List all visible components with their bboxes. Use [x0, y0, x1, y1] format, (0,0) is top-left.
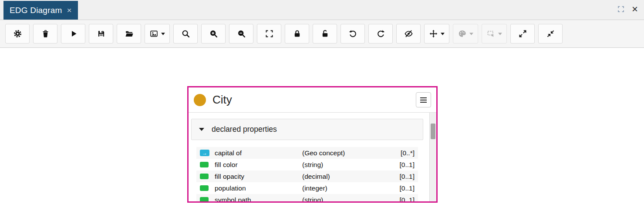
unlock-button[interactable] — [313, 24, 337, 43]
window-controls: × — [617, 5, 638, 13]
property-name: fill opacity — [215, 173, 302, 181]
selection-icon — [486, 29, 496, 38]
property-cardinality: [0..1] — [388, 184, 415, 192]
image-icon — [149, 29, 158, 38]
property-type: (string) — [302, 161, 388, 169]
node-body: declared properties → capital of (Geo co… — [189, 113, 436, 201]
undo-icon — [348, 29, 357, 38]
move-button[interactable] — [424, 24, 449, 43]
property-name: population — [215, 184, 302, 192]
collapse-all-button[interactable] — [538, 24, 563, 43]
close-window-icon[interactable]: × — [632, 5, 638, 13]
zoom-in-icon — [209, 29, 218, 38]
node-title: City — [212, 93, 232, 107]
search-icon — [181, 29, 190, 38]
property-type: (decimal) — [302, 173, 388, 181]
node-content: declared properties → capital of (Geo co… — [189, 113, 429, 201]
caret-down-icon — [469, 33, 473, 35]
search-button[interactable] — [173, 24, 198, 43]
settings-button[interactable] — [5, 24, 30, 43]
scrollbar-thumb[interactable] — [431, 124, 435, 139]
caret-down-icon — [498, 33, 502, 35]
node-menu-button[interactable] — [416, 92, 431, 107]
zoom-in-button[interactable] — [201, 24, 226, 43]
property-cardinality: [0..*] — [388, 149, 415, 157]
expand-arrows-icon — [518, 29, 527, 38]
caret-down-icon — [441, 33, 445, 35]
tab-title: EDG Diagram — [10, 6, 62, 15]
lock-button[interactable] — [285, 24, 309, 43]
diagram-toolbar — [0, 20, 644, 48]
property-type: (string) — [302, 196, 388, 203]
attribute-icon — [200, 174, 209, 179]
expand-all-button[interactable] — [510, 24, 535, 43]
property-cardinality: [0..1] — [388, 196, 415, 203]
move-icon — [429, 29, 438, 38]
play-icon — [69, 29, 78, 38]
property-row-capital-of[interactable]: → capital of (Geo concept) [0..*] — [196, 147, 418, 159]
property-list: → capital of (Geo concept) [0..*] fill c… — [196, 147, 418, 203]
property-row-fill-opacity[interactable]: fill opacity (decimal) [0..1] — [196, 171, 418, 182]
undo-button[interactable] — [341, 24, 365, 43]
save-button[interactable] — [89, 24, 113, 43]
menu-icon — [420, 97, 427, 103]
attribute-icon — [200, 185, 209, 191]
property-cardinality: [0..1] — [388, 173, 415, 181]
expand-window-icon[interactable] — [617, 5, 625, 13]
lock-icon — [293, 29, 302, 38]
property-row-symbol-path[interactable]: symbol path (string) [0..1] — [196, 194, 418, 203]
property-name: fill color — [215, 161, 302, 169]
node-header: City — [189, 87, 436, 113]
open-button[interactable] — [117, 24, 141, 43]
redo-icon — [376, 29, 385, 38]
tab-bar: EDG Diagram × × — [0, 0, 644, 20]
redo-button[interactable] — [368, 24, 393, 43]
zoom-out-icon — [237, 29, 246, 38]
node-city[interactable]: City declared properties → capital of (G… — [187, 86, 438, 203]
property-name: capital of — [215, 149, 302, 157]
node-scrollbar[interactable] — [429, 113, 436, 201]
run-button[interactable] — [61, 24, 85, 43]
tab-edg-diagram[interactable]: EDG Diagram × — [3, 1, 78, 20]
section-declared-properties[interactable]: declared properties — [191, 119, 423, 140]
collapse-triangle-icon — [199, 128, 204, 131]
relation-icon: → — [200, 150, 209, 156]
property-name: symbol path — [215, 196, 302, 203]
property-row-population[interactable]: population (integer) [0..1] — [196, 182, 418, 194]
gear-icon — [13, 29, 22, 38]
folder-open-icon — [125, 29, 134, 38]
selection-button — [482, 24, 507, 43]
palette-icon — [458, 29, 467, 38]
diagram-canvas[interactable]: City declared properties → capital of (G… — [0, 48, 644, 214]
fit-screen-icon — [265, 29, 274, 38]
attribute-icon — [200, 162, 209, 167]
trash-icon — [41, 29, 50, 38]
delete-button[interactable] — [33, 24, 57, 43]
save-icon — [97, 29, 106, 38]
zoom-out-button[interactable] — [229, 24, 253, 43]
property-cardinality: [0..1] — [388, 161, 415, 169]
section-label: declared properties — [212, 125, 277, 134]
eye-off-icon — [404, 29, 413, 38]
property-row-fill-color[interactable]: fill color (string) [0..1] — [196, 159, 418, 171]
tab-close-icon[interactable]: × — [67, 6, 71, 14]
fit-screen-button[interactable] — [257, 24, 281, 43]
class-icon — [194, 94, 206, 106]
attribute-icon — [200, 197, 209, 203]
property-type: (Geo concept) — [302, 149, 388, 157]
export-image-button[interactable] — [145, 24, 170, 43]
property-type: (integer) — [302, 184, 388, 192]
palette-button — [453, 24, 478, 43]
collapse-arrows-icon — [546, 29, 555, 38]
unlock-icon — [320, 29, 330, 38]
caret-down-icon — [161, 33, 165, 35]
hide-button[interactable] — [396, 24, 421, 43]
